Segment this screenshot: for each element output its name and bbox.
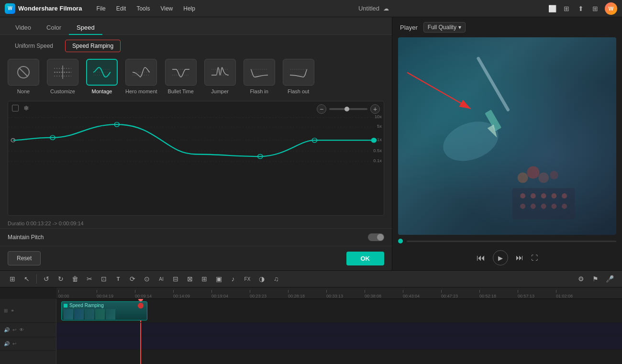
preset-flash-out[interactable]: Flash out xyxy=(283,59,314,94)
tab-video[interactable]: Video xyxy=(8,21,39,35)
preset-none[interactable]: None xyxy=(8,59,39,94)
ok-button[interactable]: OK xyxy=(346,252,385,265)
preset-jumper-label: Jumper xyxy=(211,88,229,94)
maintain-pitch-toggle[interactable] xyxy=(368,233,384,241)
ruler-mark-3: 00:14:09 xyxy=(173,290,211,298)
menu-edit[interactable]: Edit xyxy=(111,3,131,14)
zoom-handle[interactable] xyxy=(344,107,349,111)
sub-tabs: Uniform Speed Speed Ramping xyxy=(0,35,392,57)
ruler-mark-9: 00:43:04 xyxy=(403,290,441,298)
preset-jumper[interactable]: Jumper xyxy=(204,59,236,94)
track-a1-number: 🔊 xyxy=(4,327,10,332)
toolbar-settings-btn[interactable]: ⚙ xyxy=(574,272,588,286)
tab-speed[interactable]: Speed xyxy=(69,21,102,35)
svg-point-49 xyxy=(531,204,536,209)
sub-tab-ramping[interactable]: Speed Ramping xyxy=(65,40,121,52)
preset-customize-label: Customize xyxy=(50,88,75,94)
checkbox[interactable] xyxy=(12,105,19,111)
lab-image-overlay xyxy=(398,37,616,235)
toolbar-scissors-btn[interactable]: ✂ xyxy=(83,272,96,286)
preset-hero-icon xyxy=(125,59,157,86)
snowflake-icon[interactable]: ❄ xyxy=(23,104,29,112)
step-back-button[interactable]: ⏮ xyxy=(477,253,485,263)
play-button[interactable]: ▶ xyxy=(493,250,508,265)
toolbar-sliders-btn[interactable]: ⊟ xyxy=(169,272,182,286)
tab-color[interactable]: Color xyxy=(39,21,69,35)
preset-customize[interactable]: Customize xyxy=(47,59,78,94)
svg-text:0.1x: 0.1x xyxy=(373,158,382,163)
track-content: Speed Ramping xyxy=(56,299,622,364)
sub-tab-uniform[interactable]: Uniform Speed xyxy=(8,40,60,52)
svg-point-33 xyxy=(371,138,376,143)
progress-track[interactable] xyxy=(407,241,616,242)
zoom-in-button[interactable]: + xyxy=(370,104,380,114)
toolbar-split-btn[interactable]: ⊠ xyxy=(183,272,197,286)
zoom-slider[interactable] xyxy=(329,108,367,110)
user-avatar[interactable]: W xyxy=(605,2,617,15)
toolbar-cursor-btn[interactable]: ↖ xyxy=(20,272,33,286)
zoom-out-button[interactable]: − xyxy=(317,104,326,114)
toolbar-delete-btn[interactable]: 🗑 xyxy=(68,272,82,286)
cloud-icon: ☁ xyxy=(383,5,389,12)
toolbar-sound-btn[interactable]: ♫ xyxy=(269,272,283,286)
quality-select[interactable]: Full Quality ▾ xyxy=(423,22,466,33)
menu-help[interactable]: Help xyxy=(178,3,200,14)
fullscreen-button[interactable]: ⛶ xyxy=(531,254,538,262)
speed-ramp-badge: Speed Ramping xyxy=(64,303,104,308)
toolbar-rotate-btn[interactable]: ⟳ xyxy=(126,272,139,286)
menu-view[interactable]: View xyxy=(156,3,178,14)
step-forward-button[interactable]: ⏭ xyxy=(516,254,523,262)
svg-point-38 xyxy=(527,166,539,179)
preset-none-icon xyxy=(8,59,39,86)
player-header: Player Full Quality ▾ xyxy=(392,17,622,37)
progress-bar-area xyxy=(392,235,622,247)
svg-point-47 xyxy=(562,193,567,199)
svg-point-48 xyxy=(520,204,525,209)
toolbar-audio-btn[interactable]: ♪ xyxy=(226,272,240,286)
topbar-right: ⬜ ⊞ ⬆ ⊞ W xyxy=(547,2,617,15)
preset-bullet-time[interactable]: Bullet Time xyxy=(165,59,197,94)
toolbar-text-btn[interactable]: T xyxy=(111,272,125,286)
timeline: 00:00 00:04:19 00:09:14 00:14:09 00:19:0… xyxy=(0,287,622,364)
toolbar-mic-btn[interactable]: 🎤 xyxy=(603,272,616,286)
toolbar-color-btn[interactable]: ◑ xyxy=(255,272,268,286)
playback-position[interactable] xyxy=(398,239,403,243)
reset-button[interactable]: Reset xyxy=(8,251,41,265)
toolbar-redo-btn[interactable]: ↻ xyxy=(54,272,67,286)
preset-flash-in[interactable]: Flash in xyxy=(244,59,275,94)
player-controls: ⏮ ▶ ⏭ ⛶ xyxy=(392,247,622,270)
preset-hero-moment[interactable]: Hero moment xyxy=(125,59,157,94)
toolbar-join-btn[interactable]: ⊞ xyxy=(198,272,211,286)
preset-none-label: None xyxy=(17,88,30,94)
track-label-audio-2: 🔊 ↩ xyxy=(0,337,56,351)
toolbar-crop-btn[interactable]: ⊡ xyxy=(97,272,111,286)
layout-icon[interactable]: ⊞ xyxy=(562,4,571,13)
menu-file[interactable]: File xyxy=(91,3,110,14)
player-label: Player xyxy=(400,24,418,31)
svg-point-51 xyxy=(551,204,556,209)
cloud-upload-icon[interactable]: ⬆ xyxy=(576,4,586,13)
toolbar-fx-btn[interactable]: FX xyxy=(241,272,254,286)
preset-montage[interactable]: Montage xyxy=(86,59,118,94)
toolbar-ai-btn[interactable]: AI xyxy=(155,272,168,286)
toolbar-undo-btn[interactable]: ↺ xyxy=(40,272,53,286)
grid-icon[interactable]: ⊞ xyxy=(590,4,600,13)
left-panel: Video Color Speed Uniform Speed Speed Ra… xyxy=(0,17,392,270)
video-clip[interactable]: Speed Ramping xyxy=(61,301,147,320)
preset-flash-out-icon xyxy=(283,59,314,86)
timeline-ruler: 00:00 00:04:19 00:09:14 00:14:09 00:19:0… xyxy=(56,287,622,299)
brand-name: Wondershare Filmora xyxy=(18,5,82,12)
chevron-down-icon: ▾ xyxy=(458,24,461,31)
track-v1-number: ⊞ xyxy=(4,308,8,313)
track-a1-link: ↩ xyxy=(12,327,16,332)
monitor-icon[interactable]: ⬜ xyxy=(547,4,557,13)
toolbar-flag-btn[interactable]: ⚑ xyxy=(589,272,602,286)
menu-tools[interactable]: Tools xyxy=(132,3,155,14)
audio-track-1 xyxy=(56,323,622,336)
toolbar-target-btn[interactable]: ⊙ xyxy=(140,272,154,286)
toolbar: ⊞ ↖ ↺ ↻ 🗑 ✂ ⊡ T ⟳ ⊙ AI ⊟ ⊠ ⊞ ▣ ♪ FX ◑ ♫ … xyxy=(0,270,622,287)
toolbar-grid-btn[interactable]: ⊞ xyxy=(6,272,19,286)
toolbar-right: ⚙ ⚑ 🎤 xyxy=(574,272,616,286)
toolbar-clip-btn[interactable]: ▣ xyxy=(212,272,225,286)
ruler-mark-13: 01:02:08 xyxy=(556,290,594,298)
